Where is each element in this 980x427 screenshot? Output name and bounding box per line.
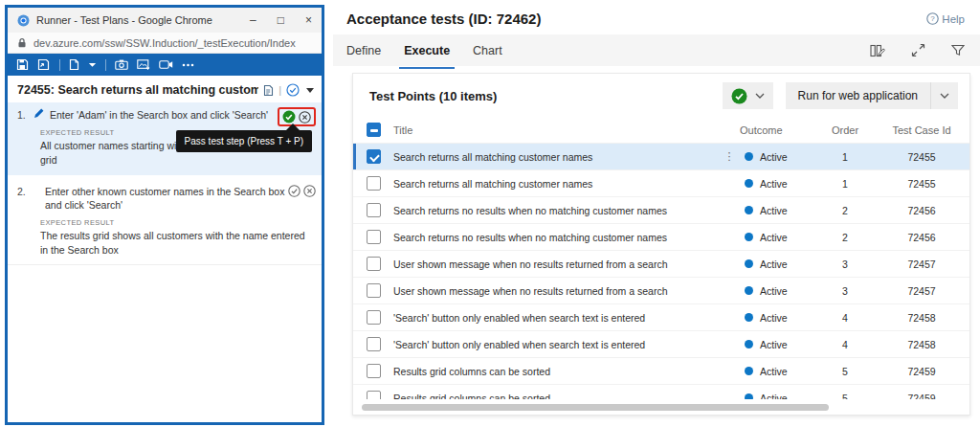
horizontal-scrollbar-thumb[interactable] — [362, 404, 829, 411]
step-number: 2. — [17, 185, 29, 212]
close-button[interactable]: × — [305, 14, 312, 26]
order-value: 5 — [816, 366, 874, 377]
row-checkbox[interactable] — [367, 230, 381, 244]
table-row[interactable]: Search returns no results when no matchi… — [353, 223, 969, 250]
step-number: 1. — [17, 108, 29, 122]
edit-columns-icon[interactable] — [870, 44, 885, 57]
filter-icon[interactable] — [951, 44, 965, 56]
select-all-checkbox[interactable] — [367, 123, 381, 137]
row-checkbox[interactable] — [367, 257, 381, 271]
pass-step-button[interactable] — [282, 110, 296, 124]
outcome-dot-icon — [745, 179, 753, 188]
table-row[interactable]: Search returns all matching customer nam… — [353, 169, 969, 196]
table-row[interactable]: User shown message when no results retur… — [353, 277, 969, 303]
column-outcome[interactable]: Outcome — [740, 124, 816, 136]
row-title: User shown message when no results retur… — [393, 285, 719, 297]
tab-bar: Define Execute Chart — [333, 34, 980, 66]
address-bar[interactable]: dev.azure.com/ssw/SSW.Induction/_testExe… — [8, 33, 322, 54]
row-checkbox[interactable] — [367, 391, 381, 399]
window-title: Runner - Test Plans - Google Chrome — [36, 14, 212, 26]
row-checkbox[interactable] — [367, 283, 381, 298]
video-icon[interactable] — [159, 60, 173, 69]
test-case-id-value: 72456 — [874, 232, 969, 243]
table-row[interactable]: Search returns all matching customer nam… — [353, 143, 969, 169]
window-titlebar[interactable]: Runner - Test Plans - Google Chrome – □ … — [8, 8, 322, 33]
step-action-text: Enter other known customer names in the … — [45, 185, 286, 212]
outcome-label: Active — [760, 178, 788, 190]
table-header: Title Outcome Order Test Case Id — [353, 117, 969, 143]
order-value: 4 — [816, 312, 874, 324]
row-checkbox[interactable] — [367, 149, 381, 164]
save-and-close-icon[interactable] — [37, 58, 51, 71]
expected-result-line: in the Search box — [40, 243, 314, 258]
expected-result-label: EXPECTED RESULT — [40, 218, 314, 227]
test-case-id-value: 72459 — [874, 366, 969, 377]
outcome-label: Active — [760, 285, 788, 297]
outcome-dropdown-caret-icon[interactable] — [306, 88, 314, 93]
outcome-dot-icon — [745, 259, 753, 268]
row-checkbox[interactable] — [367, 176, 381, 191]
row-checkbox[interactable] — [367, 203, 381, 217]
test-case-id-value: 72457 — [874, 258, 969, 270]
maximize-button[interactable]: □ — [278, 14, 284, 26]
outcome-label: Active — [760, 232, 788, 243]
order-value: 3 — [816, 258, 874, 270]
row-checkbox[interactable] — [367, 337, 381, 351]
mark-outcome-icon[interactable] — [286, 83, 300, 97]
save-icon[interactable] — [16, 58, 29, 71]
url-text: dev.azure.com/ssw/SSW.Induction/_testExe… — [33, 37, 296, 49]
help-link[interactable]: ? Help — [926, 12, 965, 25]
chrome-logo-icon — [17, 14, 30, 27]
row-checkbox[interactable] — [367, 310, 381, 325]
minimize-button[interactable]: – — [250, 14, 256, 26]
run-for-web-application-button[interactable]: Run for web application — [786, 82, 958, 109]
test-case-id-value: 72455 — [874, 178, 969, 190]
test-step-1[interactable]: 1. Enter 'Adam' in the Search box and cl… — [8, 102, 322, 175]
new-document-icon[interactable] — [69, 58, 79, 71]
order-value: 1 — [816, 151, 874, 163]
pass-step-button[interactable] — [288, 185, 301, 197]
row-checkbox[interactable] — [367, 364, 381, 378]
set-outcome-button[interactable] — [723, 82, 773, 109]
table-row[interactable]: Search returns no results when no matchi… — [353, 196, 969, 223]
fullscreen-icon[interactable] — [911, 43, 925, 57]
outcome-dot-icon — [745, 340, 753, 348]
run-options-dropdown[interactable] — [931, 93, 958, 99]
screen: Runner - Test Plans - Google Chrome – □ … — [0, 0, 980, 427]
tab-define[interactable]: Define — [346, 34, 381, 66]
column-order[interactable]: Order — [816, 124, 874, 136]
table-row[interactable]: 'Search' button only enabled when search… — [353, 303, 969, 330]
row-title: 'Search' button only enabled when search… — [393, 312, 719, 324]
outcome-label: Active — [760, 366, 788, 377]
column-test-case-id[interactable]: Test Case Id — [874, 124, 969, 136]
test-case-title: 72455: Search returns all matching custo… — [17, 83, 258, 97]
test-case-id-value: 72459 — [874, 393, 969, 400]
expected-result-line: The results grid shows all customers wit… — [40, 229, 314, 243]
table-row[interactable]: Results grid columns can be sorted Activ… — [353, 357, 969, 384]
more-icon[interactable] — [182, 63, 194, 67]
tab-chart[interactable]: Chart — [473, 34, 502, 66]
row-title: User shown message when no results retur… — [393, 258, 719, 270]
column-title[interactable]: Title — [393, 124, 719, 136]
camera-icon[interactable] — [115, 59, 128, 70]
chevron-down-icon — [755, 93, 765, 99]
table-row[interactable]: 'Search' button only enabled when search… — [353, 330, 969, 357]
fail-step-button[interactable] — [303, 185, 316, 197]
chevron-down-icon[interactable] — [88, 62, 97, 68]
svg-text:?: ? — [931, 14, 936, 23]
order-value: 1 — [816, 178, 874, 190]
tab-execute[interactable]: Execute — [404, 34, 450, 66]
table-row[interactable]: User shown message when no results retur… — [353, 250, 969, 277]
table-row[interactable]: Results grid columns can be sorted Activ… — [353, 384, 969, 399]
document-icon[interactable] — [263, 84, 274, 97]
lock-icon — [17, 37, 27, 48]
test-points-card: Test Points (10 items) Run for web appli… — [352, 73, 970, 416]
fail-step-button[interactable] — [299, 111, 311, 124]
edit-pencil-icon — [33, 108, 44, 122]
test-case-id-value: 72455 — [874, 151, 969, 163]
screenshot-icon[interactable] — [137, 59, 150, 70]
outcome-dot-icon — [745, 313, 753, 322]
row-title: Results grid columns can be sorted — [393, 393, 719, 400]
test-step-2[interactable]: 2. Enter other known customer names in t… — [8, 179, 322, 266]
row-more-menu-icon[interactable]: ⋮ — [719, 150, 740, 163]
